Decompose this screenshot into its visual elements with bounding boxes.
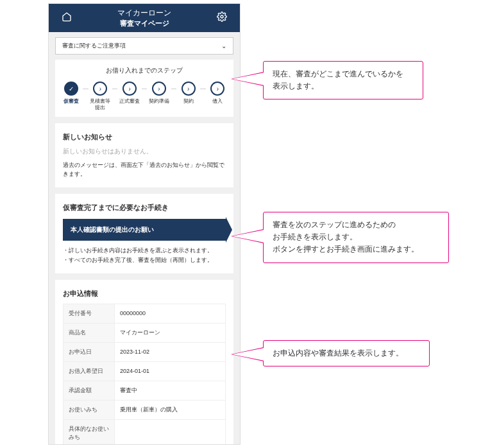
callout-text: 審査を次のステップに進めるための お手続きを表示します。 ボタンを押すとお手続き… (273, 220, 419, 254)
table-row: お使いみち乗用車（新車）の購入 (63, 400, 226, 419)
step-label: 仮審査 (60, 98, 81, 105)
step-circle: › (93, 82, 107, 96)
row-value: 2023-11-02 (115, 342, 226, 361)
header-title: マイカーローン (49, 8, 240, 19)
required-bullets: ・詳しいお手続き内容はお手続きを選ぶと表示されます。・すべてのお手続き完了後、審… (63, 246, 226, 264)
table-row: お借入希望日2024-01-01 (63, 361, 226, 381)
table-row: お申込日2023-11-02 (63, 342, 226, 361)
required-card: 仮審査完了までに必要なお手続き 本人確認書類の提出のお願い ・詳しいお手続き内容… (55, 194, 233, 273)
home-icon[interactable] (62, 12, 72, 23)
dropdown-label: 審査に関するご注意事項 (62, 42, 126, 50)
notice-empty: 新しいお知らせはありません。 (63, 147, 226, 156)
steps-card: お借り入れまでのステップ ✓仮審査›見積書等 提出›正式審査›契約準備›契約›借… (55, 60, 233, 117)
gear-icon[interactable] (217, 12, 227, 23)
svg-point-0 (221, 15, 223, 18)
row-label: 承認金額 (63, 381, 115, 400)
step-circle: ✓ (64, 82, 78, 96)
row-label: 商品名 (63, 323, 115, 342)
table-row: 承認金額審査中 (63, 381, 226, 400)
header-subtitle: 審査マイページ (49, 19, 240, 28)
row-value: マイカーローン (115, 323, 226, 342)
step-circle: › (122, 82, 137, 96)
row-label: 具体的なお使いみち (63, 419, 115, 445)
step-circle: › (152, 82, 166, 96)
notice-card: 新しいお知らせ 新しいお知らせはありません。 過去のメッセージは、画面左下「過去… (55, 123, 233, 187)
notice-heading: 新しいお知らせ (63, 132, 226, 142)
row-label: お借入希望日 (63, 361, 115, 381)
callout-appinfo: お申込内容や審査結果を表示します。 (263, 340, 430, 366)
step-item: ›契約 (178, 82, 199, 105)
step-label: 契約 (178, 98, 199, 105)
table-row: 受付番号00000000 (63, 304, 226, 323)
step-item: ›正式審査 (119, 82, 140, 105)
row-label: お使いみち (63, 400, 115, 419)
notice-past: 過去のメッセージは、画面左下「過去のお知らせ」から閲覧できます。 (63, 161, 226, 178)
app-info-table: 受付番号00000000商品名マイカーローンお申込日2023-11-02お借入希… (63, 304, 226, 445)
step-item: ›契約準備 (148, 82, 169, 105)
table-row: 具体的なお使いみち (63, 419, 226, 445)
step-label: 契約準備 (148, 98, 169, 105)
submit-docs-button[interactable]: 本人確認書類の提出のお願い (63, 219, 226, 241)
row-value: 2024-01-01 (115, 361, 226, 381)
chevron-down-icon: ⌄ (221, 42, 226, 49)
step-item: ›見積書等 提出 (90, 82, 111, 110)
step-label: 見積書等 提出 (90, 98, 111, 110)
required-heading: 仮審査完了までに必要なお手続き (63, 203, 226, 212)
step-label: 正式審査 (119, 98, 140, 105)
row-value: 乗用車（新車）の購入 (115, 400, 226, 419)
app-info-heading: お申込情報 (63, 289, 226, 298)
steps-title: お借り入れまでのステップ (60, 66, 228, 75)
phone-frame: マイカーローン 審査マイページ 審査に関するご注意事項 ⌄ お借り入れまでのステ… (48, 3, 241, 445)
callout-steps: 現在、審査がどこまで進んでいるかを 表示します。 (263, 61, 423, 99)
step-item: ✓仮審査 (60, 82, 81, 105)
callout-text: 現在、審査がどこまで進んでいるかを 表示します。 (273, 69, 403, 90)
callout-text: お申込内容や審査結果を表示します。 (273, 349, 403, 358)
step-circle: › (210, 82, 224, 96)
step-circle: › (182, 82, 196, 96)
row-value: 審査中 (115, 381, 226, 400)
app-header: マイカーローン 審査マイページ (49, 4, 240, 32)
row-label: お申込日 (63, 342, 115, 361)
app-info-card: お申込情報 受付番号00000000商品名マイカーローンお申込日2023-11-… (55, 280, 233, 445)
callout-required: 審査を次のステップに進めるための お手続きを表示します。 ボタンを押すとお手続き… (263, 212, 449, 263)
row-value: 00000000 (115, 304, 226, 323)
banner-label: 本人確認書類の提出のお願い (71, 225, 154, 234)
row-value (115, 419, 226, 445)
row-label: 受付番号 (63, 304, 115, 323)
notice-dropdown[interactable]: 審査に関するご注意事項 ⌄ (55, 37, 233, 55)
steps-row: ✓仮審査›見積書等 提出›正式審査›契約準備›契約›借入 (60, 82, 228, 110)
table-row: 商品名マイカーローン (63, 323, 226, 342)
